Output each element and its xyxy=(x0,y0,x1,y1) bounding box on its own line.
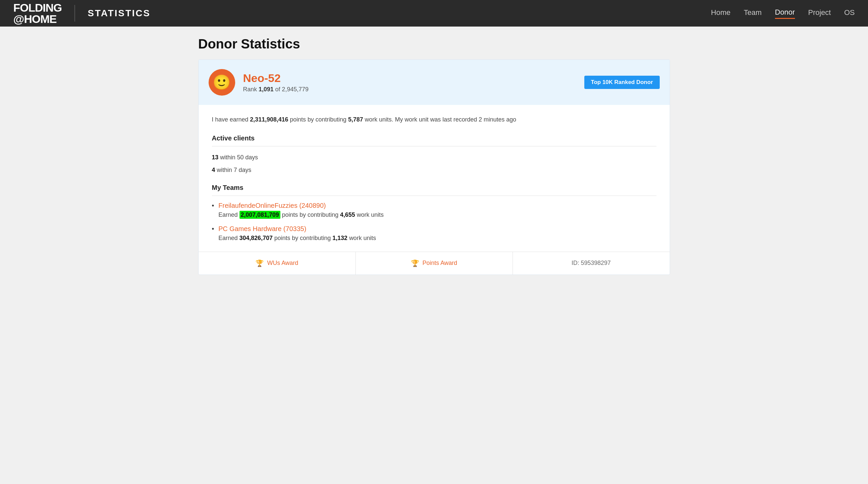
profile-info: Neo-52 Rank 1,091 of 2,945,779 xyxy=(243,72,309,93)
clients-50-days: 13 within 50 days xyxy=(212,152,656,163)
earned-label-2: Earned xyxy=(219,235,238,241)
wu-trophy-icon: 🏆 xyxy=(255,259,264,267)
wu-award-link[interactable]: 🏆 WUs Award xyxy=(199,252,356,275)
team-earned-2: Earned 304,826,707 points by contributin… xyxy=(219,235,656,242)
nav-links: Home Team Donor Project OS xyxy=(711,8,855,19)
team-earned-1: Earned 2,007,081,709 points by contribut… xyxy=(219,212,656,219)
team-wu-2: 1,132 xyxy=(333,235,347,241)
wu-award-label: WUs Award xyxy=(267,260,298,266)
donor-rank: Rank 1,091 of 2,945,779 xyxy=(243,86,309,93)
nav-divider xyxy=(74,5,75,22)
donor-id: ID: 595398297 xyxy=(513,252,670,275)
team-points-2: 304,826,707 xyxy=(240,235,273,241)
earned-mid-2: points by contributing xyxy=(274,235,331,241)
card-footer: 🏆 WUs Award 🏆 Points Award ID: 595398297 xyxy=(199,252,670,275)
nav-team[interactable]: Team xyxy=(744,8,762,18)
clients-7-count: 4 xyxy=(212,167,215,173)
page-title: Donor Statistics xyxy=(198,36,670,52)
donor-name: Neo-52 xyxy=(243,72,309,85)
profile-header: 🙂 Neo-52 Rank 1,091 of 2,945,779 Top 10K… xyxy=(199,60,670,105)
points-award-link[interactable]: 🏆 Points Award xyxy=(356,252,513,275)
site-title: STATISTICS xyxy=(88,8,151,19)
summary-text: I have earned 2,311,908,416 points by co… xyxy=(212,115,656,125)
rank-of: of 2,945,779 xyxy=(275,86,309,93)
avatar-icon: 🙂 xyxy=(213,75,231,90)
team-list: FreilaufendeOnlineFuzzies (240890) Earne… xyxy=(212,202,656,242)
main-nav: FOLDING @HOME STATISTICS Home Team Donor… xyxy=(0,0,868,27)
earned-end-2: work units xyxy=(349,235,376,241)
section-active-clients: Active clients 13 within 50 days 4 withi… xyxy=(212,134,656,175)
nav-project[interactable]: Project xyxy=(808,8,831,18)
list-item: FreilaufendeOnlineFuzzies (240890) Earne… xyxy=(212,202,656,219)
main-card: 🙂 Neo-52 Rank 1,091 of 2,945,779 Top 10K… xyxy=(198,59,670,275)
rank-value: 1,091 xyxy=(259,86,274,93)
earned-end-1: work units xyxy=(357,212,384,218)
avatar: 🙂 xyxy=(209,69,235,96)
list-item: PC Games Hardware (70335) Earned 304,826… xyxy=(212,225,656,242)
logo[interactable]: FOLDING @HOME STATISTICS xyxy=(13,2,151,25)
summary-end: work units. My work unit was last record… xyxy=(365,116,516,123)
logo-text: FOLDING @HOME xyxy=(13,2,62,25)
earned-mid-1: points by contributing xyxy=(282,212,339,218)
team-link-1[interactable]: FreilaufendeOnlineFuzzies (240890) xyxy=(219,202,326,209)
points-award-label: Points Award xyxy=(423,260,458,266)
summary-mid: points by contributing xyxy=(290,116,346,123)
clients-50-label: within 50 days xyxy=(220,154,258,161)
top-badge: Top 10K Ranked Donor xyxy=(584,76,660,89)
earned-label-1: Earned xyxy=(219,212,238,218)
clients-7-days: 4 within 7 days xyxy=(212,165,656,175)
section-my-teams: My Teams FreilaufendeOnlineFuzzies (2408… xyxy=(212,184,656,242)
active-clients-title: Active clients xyxy=(212,134,656,142)
summary-points: 2,311,908,416 xyxy=(250,116,288,123)
summary-work-units: 5,787 xyxy=(348,116,363,123)
page-container: Donor Statistics 🙂 Neo-52 Rank 1,091 of … xyxy=(192,27,677,288)
clients-7-label: within 7 days xyxy=(217,167,251,173)
team-wu-1: 4,655 xyxy=(340,212,355,218)
clients-divider xyxy=(212,146,656,147)
nav-donor[interactable]: Donor xyxy=(775,8,795,19)
points-trophy-icon: 🏆 xyxy=(411,259,419,267)
nav-os[interactable]: OS xyxy=(844,8,855,18)
team-points-1: 2,007,081,709 xyxy=(240,211,280,219)
clients-50-count: 13 xyxy=(212,154,219,161)
my-teams-title: My Teams xyxy=(212,184,656,192)
summary-intro: I have earned xyxy=(212,116,248,123)
rank-label: Rank xyxy=(243,86,257,93)
content-area: I have earned 2,311,908,416 points by co… xyxy=(199,105,670,242)
donor-id-label: ID: 595398297 xyxy=(571,260,611,266)
team-link-2[interactable]: PC Games Hardware (70335) xyxy=(219,225,307,232)
nav-home[interactable]: Home xyxy=(711,8,731,18)
teams-divider xyxy=(212,196,656,196)
